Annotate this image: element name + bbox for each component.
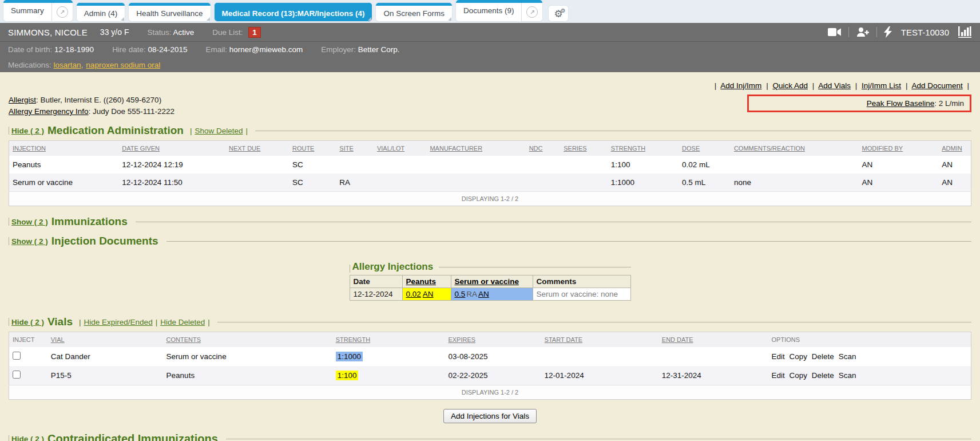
contraindicated-immunizations-header: Hide ( 2 ) Contraindicated Immunizations [9, 432, 971, 441]
column-header[interactable]: NDC [529, 145, 543, 152]
allergist-link[interactable]: Allergist [9, 96, 36, 104]
tab-on-screen-forms[interactable]: On Screen Forms [376, 3, 452, 21]
column-header-peanuts[interactable]: Peanuts [406, 277, 437, 286]
hide-expired-ended-link[interactable]: Hide Expired/Ended [84, 318, 153, 326]
copy-link[interactable]: Copy [789, 371, 808, 380]
column-header[interactable]: VIAL [51, 336, 65, 343]
column-header[interactable]: DOSE [682, 145, 700, 152]
main-content: | Add Inj/Imm | Quick Add | Add Vials | … [0, 72, 980, 441]
injection-documents-show-toggle[interactable]: Show ( 2 ) [11, 237, 48, 246]
medication-administration-table: INJECTION DATE GIVEN NEXT DUE ROUTE SITE… [9, 140, 971, 206]
tab-summary[interactable]: Summary [3, 0, 51, 21]
scan-link[interactable]: Scan [839, 352, 856, 361]
settings-gear-button[interactable]: ⚙⚙ [549, 6, 568, 21]
tab-health-surveillance[interactable]: Health Surveillance [129, 3, 210, 21]
allergist-line: Allergist: Butler, Internist E. ((260) 4… [9, 94, 174, 106]
column-header[interactable]: ROUTE [292, 145, 315, 152]
med-admin-hide-toggle[interactable]: Hide ( 2 ) [11, 127, 44, 135]
dose-link[interactable]: 0.02 [406, 290, 421, 298]
scan-link[interactable]: Scan [839, 371, 856, 380]
add-inj-imm-link[interactable]: Add Inj/Imm [720, 81, 761, 90]
column-header[interactable]: VIAL/LOT [377, 145, 404, 152]
column-header[interactable]: SERIES [564, 145, 586, 152]
patient-banner-row1: SIMMONS, NICOLE 33 y/o F Status: Active … [0, 23, 980, 42]
column-header[interactable]: NEXT DUE [229, 145, 260, 152]
cell-site [336, 156, 374, 174]
contraindicated-hide-toggle[interactable]: Hide ( 2 ) [11, 435, 44, 441]
tab-menu-fold-icon [207, 17, 210, 21]
admin-initials-link[interactable]: AN [423, 290, 434, 298]
cell-strength: 1:1000 [332, 347, 445, 366]
vials-hide-toggle[interactable]: Hide ( 2 ) [11, 318, 44, 326]
cell-expires: 03-08-2025 [445, 347, 541, 366]
cell-strength: 1:100 [608, 156, 679, 174]
quick-add-link[interactable]: Quick Add [772, 81, 808, 90]
add-person-icon[interactable] [856, 27, 870, 37]
column-header[interactable]: DATE GIVEN [122, 145, 160, 152]
peak-flow-baseline-link[interactable]: Peak Flow Baseline [867, 99, 935, 108]
column-header[interactable]: END DATE [662, 336, 693, 343]
cell-series [560, 174, 607, 192]
medication-link[interactable]: naproxen sodium oral [86, 61, 160, 69]
column-header[interactable]: INJECTION [13, 145, 46, 152]
column-header[interactable]: EXPIRES [448, 336, 475, 343]
table-row[interactable]: Serum or vaccine 12-12-2024 11:50 SC RA … [9, 174, 971, 192]
column-header[interactable]: COMMENTS/REACTION [734, 145, 805, 152]
section-title: Contraindicated Immunizations [47, 432, 218, 441]
admin-initials-link[interactable]: AN [478, 290, 489, 298]
add-vials-link[interactable]: Add Vials [818, 81, 851, 90]
tab-medical-record[interactable]: Medical Record (13):MAR/Injections (4) [215, 3, 372, 21]
column-header: INJECT [13, 336, 35, 343]
column-header[interactable]: SITE [339, 145, 353, 152]
hide-deleted-link[interactable]: Hide Deleted [160, 318, 205, 326]
cell-options: Edit Copy Delete Scan [768, 347, 971, 366]
immunizations-show-toggle[interactable]: Show ( 2 ) [11, 218, 48, 226]
cell-site: RA [336, 174, 374, 192]
show-deleted-link[interactable]: Show Deleted [195, 127, 243, 135]
lightning-bolt-icon[interactable] [884, 26, 892, 38]
tab-documents-popout[interactable]: ↗ [521, 0, 542, 21]
allergy-injections-table: Date Peanuts Serum or vaccine Comments 1… [350, 275, 631, 301]
due-list-count-badge[interactable]: 1 [248, 27, 261, 38]
column-header[interactable]: ADMIN [942, 145, 962, 152]
column-header[interactable]: STRENGTH [336, 336, 371, 343]
divider [217, 322, 971, 322]
allergy-emergency-info-link[interactable]: Allergy Emergency Info [9, 107, 89, 116]
cell-end-date: 12-31-2024 [658, 366, 768, 385]
delete-link[interactable]: Delete [812, 371, 834, 380]
tab-admin[interactable]: Admin (4) [77, 3, 125, 21]
tab-summary-popout[interactable]: ↗ [51, 0, 73, 21]
column-header-serum[interactable]: Serum or vaccine [455, 277, 519, 286]
column-header[interactable]: MODIFIED BY [862, 145, 903, 152]
patient-banner-row3: Medications: losartan, naproxen sodium o… [0, 57, 980, 72]
inject-checkbox[interactable] [13, 352, 21, 360]
inj-imm-list-link[interactable]: Inj/Imm List [862, 81, 901, 90]
table-header-row: INJECTION DATE GIVEN NEXT DUE ROUTE SITE… [9, 141, 971, 156]
medication-link[interactable]: losartan [54, 61, 81, 69]
delete-link[interactable]: Delete [812, 352, 834, 361]
divider [876, 27, 877, 37]
add-injections-for-vials-button[interactable]: Add Injections for Vials [443, 409, 537, 423]
separator: | [967, 81, 969, 90]
column-header[interactable]: CONTENTS [166, 336, 201, 343]
edit-link[interactable]: Edit [772, 352, 785, 361]
video-camera-icon[interactable] [828, 27, 842, 37]
employer-label: Employer: [321, 45, 356, 54]
table-row[interactable]: Peanuts 12-12-2024 12:19 SC 1:100 0.02 m… [9, 156, 971, 174]
tab-documents[interactable]: Documents (9) [456, 0, 522, 21]
popout-icon: ↗ [526, 6, 538, 18]
tab-summary-group: Summary ↗ [3, 0, 73, 21]
column-header[interactable]: START DATE [545, 336, 582, 343]
bar-chart-icon[interactable] [958, 26, 972, 38]
column-header[interactable]: MANUFACTURER [430, 145, 482, 152]
add-document-link[interactable]: Add Document [911, 81, 962, 90]
copy-link[interactable]: Copy [789, 352, 808, 361]
cell-start-date: 12-01-2024 [541, 366, 658, 385]
email-label: Email: [205, 45, 227, 54]
column-header[interactable]: STRENGTH [611, 145, 646, 152]
edit-link[interactable]: Edit [772, 371, 785, 380]
table-footer-row: DISPLAYING 1-2 / 2 [9, 385, 971, 400]
dose-link[interactable]: 0.5 [455, 290, 466, 298]
inject-checkbox[interactable] [13, 371, 21, 379]
section-title: Allergy Injections [352, 261, 434, 273]
